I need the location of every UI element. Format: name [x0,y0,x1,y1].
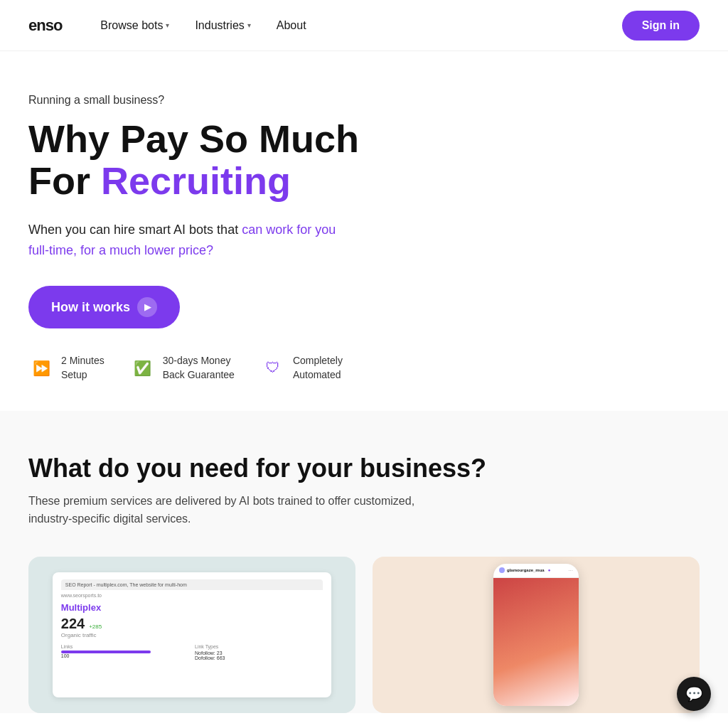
feature-setup-label: 2 MinutesSetup [61,354,105,382]
feature-automated-label: CompletelyAutomated [293,354,343,382]
nav-industries[interactable]: Industries ▾ [185,14,260,38]
cta-button[interactable]: How it works ▶ [28,286,180,328]
more-icon: ··· [568,567,573,574]
navbar: enso Browse bots ▾ Industries ▾ About Si… [0,0,728,51]
nav-about[interactable]: About [267,14,316,38]
feature-setup: ⏩ 2 MinutesSetup [28,354,105,382]
play-icon: ▶ [137,297,157,317]
nav-links: Browse bots ▾ Industries ▾ About [90,14,356,38]
seo-stat-label: Organic traffic [61,632,323,638]
sign-in-button[interactable]: Sign in [622,11,700,41]
phone-frame: glamourgaze_mua ● ··· [493,564,579,706]
chat-button[interactable]: 💬 [677,677,711,711]
hero-title: Why Pay So Much For Recruiting [28,118,398,203]
hero-section: Running a small business? Why Pay So Muc… [0,51,427,411]
chat-icon: 💬 [685,685,703,702]
seo-nofollow: Nofollow: 23 [195,651,323,655]
seo-link-types-col: Link Types Nofollow: 23 Dofollow: 663 [195,644,323,660]
features-row: ⏩ 2 MinutesSetup ✅ 30-days MoneyBack Gua… [28,354,398,382]
seo-url: www.seorsports.to [61,593,323,598]
phone-image [493,578,579,706]
chevron-down-icon: ▾ [166,21,169,29]
seo-report: SEO Report - multiplex.com, The website … [53,572,331,697]
seo-site-name: Multiplex [61,602,323,613]
services-title: What do you need for your business? [28,454,700,483]
instagram-card[interactable]: glamourgaze_mua ● ··· [373,557,700,713]
seo-header-bar: SEO Report - multiplex.com, The website … [61,579,323,590]
insta-mock: glamourgaze_mua ● ··· [373,557,700,713]
seo-stat: 224 [61,616,85,632]
hero-eyebrow: Running a small business? [28,94,398,107]
feature-guarantee: ✅ 30-days MoneyBack Guarantee [130,354,235,382]
insta-user: glamourgaze_mua ● [499,567,550,573]
phone-top-bar: glamourgaze_mua ● ··· [493,564,579,578]
services-section: What do you need for your business? Thes… [0,411,728,713]
hero-subtitle: When you can hire smart AI bots that can… [28,220,355,261]
speed-icon: ⏩ [28,355,54,381]
seo-dofollow: Dofollow: 663 [195,655,323,660]
services-subtitle: These premium services are delivered by … [28,492,441,528]
chevron-down-icon: ▾ [247,21,251,29]
seo-mock: SEO Report - multiplex.com, The website … [28,557,355,713]
verified-icon: ● [548,568,551,572]
seo-bar-row: Links 100 Link Types Nofollow: 23 Dofoll… [61,644,323,660]
seo-card[interactable]: SEO Report - multiplex.com, The website … [28,557,355,713]
feature-guarantee-label: 30-days MoneyBack Guarantee [163,354,235,382]
seo-links-col: Links 100 [61,644,189,660]
cards-row: SEO Report - multiplex.com, The website … [28,557,700,713]
shield-check-icon: ✅ [130,355,156,381]
face-image [493,578,579,706]
logo[interactable]: enso [28,16,62,35]
nav-browse-bots[interactable]: Browse bots ▾ [90,14,179,38]
feature-automated: 🛡 CompletelyAutomated [260,354,343,382]
insta-avatar [499,567,505,573]
shield-icon: 🛡 [260,355,286,381]
